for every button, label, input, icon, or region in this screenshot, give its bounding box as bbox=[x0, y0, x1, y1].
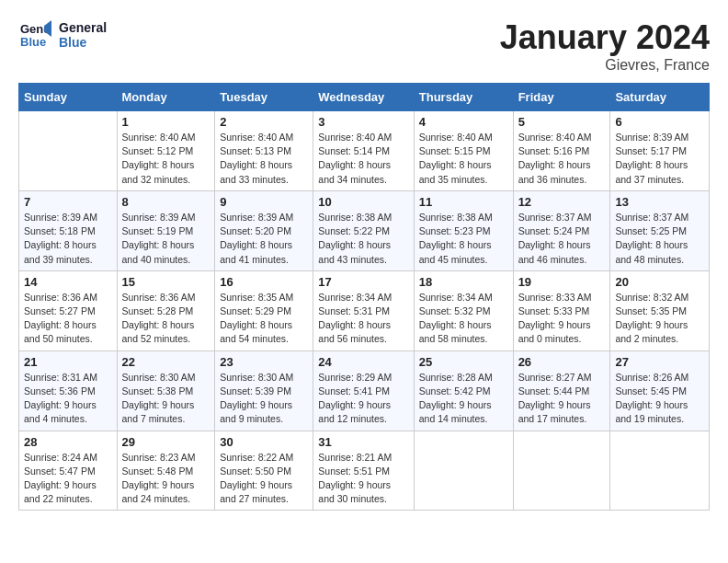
col-header-tuesday: Tuesday bbox=[215, 84, 313, 111]
day-info: Sunrise: 8:21 AMSunset: 5:51 PMDaylight:… bbox=[318, 451, 408, 507]
calendar-cell: 29Sunrise: 8:23 AMSunset: 5:48 PMDayligh… bbox=[117, 431, 215, 511]
day-info: Sunrise: 8:29 AMSunset: 5:41 PMDaylight:… bbox=[318, 371, 408, 427]
day-info: Sunrise: 8:36 AMSunset: 5:28 PMDaylight:… bbox=[122, 291, 210, 347]
day-number: 5 bbox=[518, 115, 606, 129]
day-number: 26 bbox=[518, 355, 606, 369]
svg-text:Blue: Blue bbox=[20, 35, 46, 49]
day-number: 30 bbox=[220, 435, 308, 449]
location-title: Gievres, France bbox=[500, 57, 710, 74]
day-info: Sunrise: 8:30 AMSunset: 5:39 PMDaylight:… bbox=[220, 371, 308, 427]
col-header-friday: Friday bbox=[513, 84, 610, 111]
day-number: 25 bbox=[419, 355, 508, 369]
day-info: Sunrise: 8:32 AMSunset: 5:35 PMDaylight:… bbox=[615, 291, 704, 347]
day-number: 16 bbox=[220, 275, 308, 289]
calendar-table: SundayMondayTuesdayWednesdayThursdayFrid… bbox=[18, 83, 710, 511]
calendar-cell bbox=[19, 111, 118, 191]
day-info: Sunrise: 8:26 AMSunset: 5:45 PMDaylight:… bbox=[615, 371, 704, 427]
day-number: 12 bbox=[518, 195, 606, 209]
calendar-week-4: 21Sunrise: 8:31 AMSunset: 5:36 PMDayligh… bbox=[19, 350, 710, 431]
calendar-header: SundayMondayTuesdayWednesdayThursdayFrid… bbox=[19, 84, 710, 111]
day-number: 6 bbox=[615, 115, 704, 129]
day-info: Sunrise: 8:40 AMSunset: 5:12 PMDaylight:… bbox=[122, 131, 210, 187]
day-info: Sunrise: 8:39 AMSunset: 5:20 PMDaylight:… bbox=[220, 211, 308, 267]
calendar-cell: 14Sunrise: 8:36 AMSunset: 5:27 PMDayligh… bbox=[19, 270, 118, 350]
calendar-cell: 19Sunrise: 8:33 AMSunset: 5:33 PMDayligh… bbox=[513, 270, 610, 350]
calendar-cell bbox=[610, 431, 710, 511]
day-info: Sunrise: 8:35 AMSunset: 5:29 PMDaylight:… bbox=[220, 291, 308, 347]
day-info: Sunrise: 8:39 AMSunset: 5:18 PMDaylight:… bbox=[24, 211, 112, 267]
calendar-cell: 16Sunrise: 8:35 AMSunset: 5:29 PMDayligh… bbox=[215, 270, 313, 350]
day-info: Sunrise: 8:37 AMSunset: 5:24 PMDaylight:… bbox=[518, 211, 606, 267]
day-number: 29 bbox=[122, 435, 210, 449]
day-number: 3 bbox=[318, 115, 408, 129]
calendar-cell: 8Sunrise: 8:39 AMSunset: 5:19 PMDaylight… bbox=[117, 190, 215, 270]
day-info: Sunrise: 8:40 AMSunset: 5:15 PMDaylight:… bbox=[419, 131, 508, 187]
calendar-week-2: 7Sunrise: 8:39 AMSunset: 5:18 PMDaylight… bbox=[19, 190, 710, 270]
col-header-sunday: Sunday bbox=[19, 84, 118, 111]
col-header-monday: Monday bbox=[117, 84, 215, 111]
calendar-week-3: 14Sunrise: 8:36 AMSunset: 5:27 PMDayligh… bbox=[19, 270, 710, 350]
day-number: 4 bbox=[419, 115, 508, 129]
calendar-cell: 11Sunrise: 8:38 AMSunset: 5:23 PMDayligh… bbox=[414, 190, 513, 270]
calendar-cell bbox=[513, 431, 610, 511]
day-number: 10 bbox=[318, 195, 408, 209]
day-info: Sunrise: 8:39 AMSunset: 5:19 PMDaylight:… bbox=[122, 211, 210, 267]
calendar-cell: 12Sunrise: 8:37 AMSunset: 5:24 PMDayligh… bbox=[513, 190, 610, 270]
calendar-cell: 31Sunrise: 8:21 AMSunset: 5:51 PMDayligh… bbox=[313, 431, 414, 511]
day-info: Sunrise: 8:40 AMSunset: 5:13 PMDaylight:… bbox=[220, 131, 308, 187]
day-number: 1 bbox=[122, 115, 210, 129]
day-info: Sunrise: 8:24 AMSunset: 5:47 PMDaylight:… bbox=[24, 451, 112, 507]
day-info: Sunrise: 8:34 AMSunset: 5:32 PMDaylight:… bbox=[419, 291, 508, 347]
calendar-cell: 3Sunrise: 8:40 AMSunset: 5:14 PMDaylight… bbox=[313, 111, 414, 191]
calendar-cell: 7Sunrise: 8:39 AMSunset: 5:18 PMDaylight… bbox=[19, 190, 118, 270]
day-number: 15 bbox=[122, 275, 210, 289]
day-info: Sunrise: 8:38 AMSunset: 5:22 PMDaylight:… bbox=[318, 211, 408, 267]
day-info: Sunrise: 8:33 AMSunset: 5:33 PMDaylight:… bbox=[518, 291, 606, 347]
calendar-cell: 15Sunrise: 8:36 AMSunset: 5:28 PMDayligh… bbox=[117, 270, 215, 350]
calendar-cell: 20Sunrise: 8:32 AMSunset: 5:35 PMDayligh… bbox=[610, 270, 710, 350]
day-number: 20 bbox=[615, 275, 704, 289]
day-number: 19 bbox=[518, 275, 606, 289]
day-info: Sunrise: 8:37 AMSunset: 5:25 PMDaylight:… bbox=[615, 211, 704, 267]
calendar-week-5: 28Sunrise: 8:24 AMSunset: 5:47 PMDayligh… bbox=[19, 431, 710, 511]
calendar-week-1: 1Sunrise: 8:40 AMSunset: 5:12 PMDaylight… bbox=[19, 111, 710, 191]
day-number: 7 bbox=[24, 195, 112, 209]
day-number: 21 bbox=[24, 355, 112, 369]
title-block: January 2024 Gievres, France bbox=[500, 18, 710, 74]
day-number: 2 bbox=[220, 115, 308, 129]
day-number: 22 bbox=[122, 355, 210, 369]
day-number: 17 bbox=[318, 275, 408, 289]
day-number: 11 bbox=[419, 195, 508, 209]
day-number: 28 bbox=[24, 435, 112, 449]
day-info: Sunrise: 8:39 AMSunset: 5:17 PMDaylight:… bbox=[615, 131, 704, 187]
day-number: 13 bbox=[615, 195, 704, 209]
day-info: Sunrise: 8:36 AMSunset: 5:27 PMDaylight:… bbox=[24, 291, 112, 347]
day-info: Sunrise: 8:23 AMSunset: 5:48 PMDaylight:… bbox=[122, 451, 210, 507]
day-info: Sunrise: 8:31 AMSunset: 5:36 PMDaylight:… bbox=[24, 371, 112, 427]
calendar-cell: 21Sunrise: 8:31 AMSunset: 5:36 PMDayligh… bbox=[19, 350, 118, 431]
calendar-cell: 6Sunrise: 8:39 AMSunset: 5:17 PMDaylight… bbox=[610, 111, 710, 191]
logo-line2: Blue bbox=[59, 35, 107, 50]
calendar-cell: 17Sunrise: 8:34 AMSunset: 5:31 PMDayligh… bbox=[313, 270, 414, 350]
day-number: 14 bbox=[24, 275, 112, 289]
calendar-cell: 27Sunrise: 8:26 AMSunset: 5:45 PMDayligh… bbox=[610, 350, 710, 431]
col-header-thursday: Thursday bbox=[414, 84, 513, 111]
calendar-cell: 23Sunrise: 8:30 AMSunset: 5:39 PMDayligh… bbox=[215, 350, 313, 431]
logo-icon: General Blue bbox=[18, 18, 51, 52]
calendar-cell: 4Sunrise: 8:40 AMSunset: 5:15 PMDaylight… bbox=[414, 111, 513, 191]
day-number: 27 bbox=[615, 355, 704, 369]
calendar-cell: 26Sunrise: 8:27 AMSunset: 5:44 PMDayligh… bbox=[513, 350, 610, 431]
calendar-cell: 18Sunrise: 8:34 AMSunset: 5:32 PMDayligh… bbox=[414, 270, 513, 350]
col-header-wednesday: Wednesday bbox=[313, 84, 414, 111]
day-number: 31 bbox=[318, 435, 408, 449]
calendar-cell: 5Sunrise: 8:40 AMSunset: 5:16 PMDaylight… bbox=[513, 111, 610, 191]
day-info: Sunrise: 8:28 AMSunset: 5:42 PMDaylight:… bbox=[419, 371, 508, 427]
calendar-cell: 22Sunrise: 8:30 AMSunset: 5:38 PMDayligh… bbox=[117, 350, 215, 431]
logo-line1: General bbox=[59, 20, 107, 35]
calendar-cell bbox=[414, 431, 513, 511]
col-header-saturday: Saturday bbox=[610, 84, 710, 111]
day-info: Sunrise: 8:30 AMSunset: 5:38 PMDaylight:… bbox=[122, 371, 210, 427]
calendar-cell: 10Sunrise: 8:38 AMSunset: 5:22 PMDayligh… bbox=[313, 190, 414, 270]
day-info: Sunrise: 8:22 AMSunset: 5:50 PMDaylight:… bbox=[220, 451, 308, 507]
calendar-cell: 9Sunrise: 8:39 AMSunset: 5:20 PMDaylight… bbox=[215, 190, 313, 270]
